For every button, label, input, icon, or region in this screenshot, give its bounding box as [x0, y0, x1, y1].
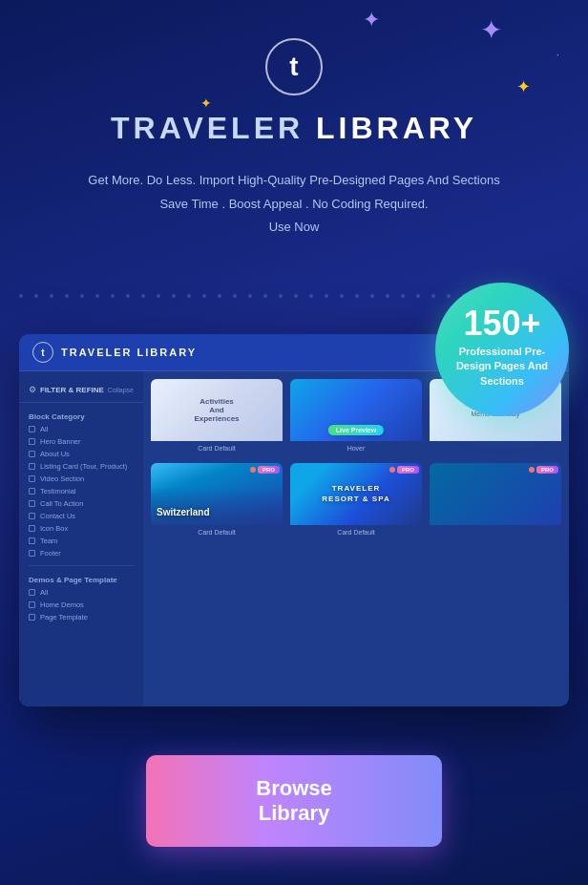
- card-extra2-label: [430, 525, 561, 533]
- filter-label: FILTER & REFINE: [40, 386, 104, 394]
- sidebar-item-video[interactable]: Video Section: [19, 473, 143, 485]
- sidebar-item-all[interactable]: All: [19, 423, 143, 435]
- collapse-button[interactable]: Collapse: [108, 387, 134, 393]
- sidebar-divider: [29, 565, 134, 566]
- card-activities: ActivitiesAndExperiences Card Default: [151, 379, 283, 455]
- sidebar-item-contact[interactable]: Contact Us: [19, 510, 143, 522]
- card-resort-label: Card Default: [290, 525, 422, 539]
- card-switzerland-image: Switzerland PRO: [151, 463, 283, 525]
- sidebar-item-home-demos[interactable]: Home Demos: [19, 599, 143, 611]
- card-travel: TRAVELER Live Preview Hover: [290, 379, 422, 455]
- sidebar-item-icon-box[interactable]: Icon Box: [19, 522, 143, 535]
- card-resort: TRAVELERRESORT & SPA PRO Card Default: [290, 463, 422, 539]
- cards-grid-container: ActivitiesAndExperiences Card Default TR…: [143, 371, 569, 706]
- logo-circle: t: [265, 38, 323, 95]
- sidebar-item-testimonial[interactable]: Testimonial: [19, 485, 143, 497]
- card-activities-label: Card Default: [151, 441, 283, 455]
- sidebar-item-team[interactable]: Team: [19, 535, 143, 547]
- card-travel-image: TRAVELER Live Preview: [290, 379, 422, 441]
- main-title: TRAVELER LIBRARY: [111, 111, 477, 146]
- badge-number: 150+: [463, 306, 540, 341]
- sidebar-item-footer[interactable]: Footer: [19, 547, 143, 559]
- resort-text: TRAVELERRESORT & SPA: [322, 484, 389, 504]
- sidebar-item-demos-all[interactable]: All: [19, 586, 143, 599]
- activities-text: ActivitiesAndExperiences: [194, 397, 239, 423]
- sidebar-item-page-template[interactable]: Page Template: [19, 611, 143, 623]
- filter-bar: ⚙ FILTER & REFINE Collapse: [19, 381, 143, 403]
- sidebar-item-cta[interactable]: Call To Action: [19, 497, 143, 510]
- pro-label-2: PRO: [397, 466, 419, 474]
- live-preview-badge[interactable]: Live Preview: [328, 425, 384, 435]
- red-dot-2: [389, 467, 395, 473]
- sidebar-item-listing-card[interactable]: Listing Card (Tour, Product): [19, 460, 143, 473]
- badge-description: Professional Pre- Design Pages And Secti…: [449, 341, 556, 392]
- pro-badge-switzerland: PRO: [250, 466, 280, 474]
- panel-title: TRAVELER LIBRARY: [61, 347, 197, 358]
- panel-sidebar: ⚙ FILTER & REFINE Collapse Block Categor…: [19, 371, 143, 706]
- switzerland-text: Switzerland: [157, 507, 210, 517]
- card-travel-label: Hover: [290, 441, 422, 455]
- panel-logo: t: [32, 342, 53, 363]
- card-extra-label: [430, 441, 561, 449]
- filter-icon: ⚙: [29, 385, 36, 394]
- block-category-title: Block Category: [19, 409, 143, 423]
- title-part1: TRAVELER: [111, 111, 316, 145]
- subtitle-text: Get More. Do Less. Import High-Quality P…: [59, 169, 528, 240]
- pro-badge-extra2: PRO: [529, 466, 558, 474]
- hero-section: t TRAVELER LIBRARY Get More. Do Less. Im…: [0, 0, 588, 249]
- pro-badge-resort: PRO: [389, 466, 419, 474]
- title-part2: LIBRARY: [316, 111, 477, 145]
- pro-label: PRO: [258, 466, 280, 474]
- red-dot-3: [529, 467, 535, 473]
- stats-badge: 150+ Professional Pre- Design Pages And …: [435, 283, 569, 416]
- card-extra2: PRO: [430, 463, 561, 539]
- panel-body: ⚙ FILTER & REFINE Collapse Block Categor…: [19, 371, 569, 706]
- card-resort-image: TRAVELERRESORT & SPA PRO: [290, 463, 422, 525]
- card-extra2-image: PRO: [430, 463, 561, 525]
- cta-wrapper: Browse Library: [0, 755, 588, 847]
- sidebar-item-hero-banner[interactable]: Hero Banner: [19, 435, 143, 448]
- pro-label-3: PRO: [536, 466, 558, 474]
- subtitle-line1: Get More. Do Less. Import High-Quality P…: [88, 173, 499, 187]
- logo-letter: t: [289, 52, 298, 82]
- card-switzerland: Switzerland PRO Card Default: [151, 463, 283, 539]
- subtitle-line3: Use Now: [269, 220, 320, 234]
- subtitle-line2: Save Time . Boost Appeal . No Coding Req…: [159, 197, 428, 211]
- browse-library-button[interactable]: Browse Library: [146, 755, 442, 847]
- demos-title: Demos & Page Template: [19, 572, 143, 586]
- card-activities-image: ActivitiesAndExperiences: [151, 379, 283, 441]
- sidebar-item-about-us[interactable]: About Us: [19, 448, 143, 460]
- red-dot: [250, 467, 256, 473]
- card-switzerland-label: Card Default: [151, 525, 283, 539]
- mountain-decoration: [151, 487, 283, 525]
